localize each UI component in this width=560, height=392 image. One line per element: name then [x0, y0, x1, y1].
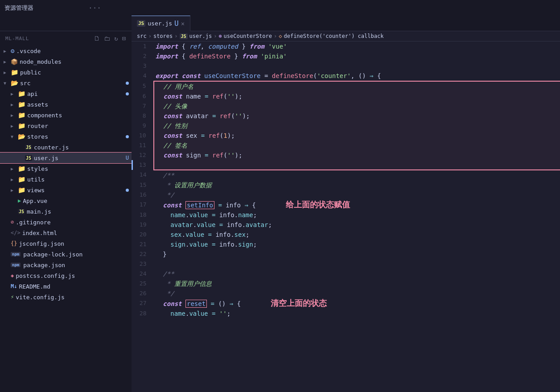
breadcrumb-sep1: ›	[148, 33, 152, 39]
new-folder-icon[interactable]: 🗀	[104, 35, 111, 42]
sidebar-item-components[interactable]: ▶ 📁 components	[0, 110, 132, 120]
new-file-icon[interactable]: 🗋	[94, 35, 100, 42]
chevron-right-icon: ▶	[11, 91, 16, 96]
title-bar: 资源管理器 ···	[0, 0, 560, 16]
table-row: 5 // 用户名	[132, 81, 560, 91]
breadcrumb-user-js[interactable]: user.js	[189, 33, 212, 39]
assets-folder-icon: 📁	[18, 101, 25, 108]
readme-icon: M↓	[11, 283, 17, 289]
html-icon: </>	[11, 230, 21, 236]
sidebar-item-postcss-config-js[interactable]: ◈ postcss.config.js	[0, 270, 132, 281]
postcss-icon: ◈	[11, 272, 14, 279]
breadcrumb-define-store-callback[interactable]: defineStore('counter') callback	[284, 33, 383, 39]
table-row: 23	[132, 259, 560, 269]
line-content: // 用户名	[154, 81, 560, 91]
sidebar-label-assets: assets	[27, 101, 48, 108]
user-js-icon: JS	[25, 155, 32, 161]
reset-boxed: reset	[185, 300, 207, 308]
sidebar-item-package-json[interactable]: npm package.json	[0, 260, 132, 270]
jsconfig-icon: {}	[11, 240, 17, 247]
chevron-right-icon: ▶	[4, 70, 9, 75]
user-js-modified-badge: U	[126, 155, 129, 161]
chevron-down-icon: ▼	[11, 134, 16, 139]
sidebar-item-stores[interactable]: ▼ 📂 stores	[0, 131, 132, 142]
sidebar-item-app-vue[interactable]: ▶ App.vue	[0, 195, 132, 206]
line-content: // 头像	[154, 101, 560, 111]
line-number: 21	[132, 239, 154, 249]
breadcrumb-src[interactable]: src	[137, 33, 147, 39]
line-content: const sex = ref(1);	[154, 131, 560, 140]
gitignore-icon: ⊘	[11, 219, 14, 225]
line-content: import { ref, computed } from 'vue'	[154, 41, 560, 51]
table-row: 25 * 重置用户信息	[132, 279, 560, 289]
sidebar-item-package-lock-json[interactable]: npm package-lock.json	[0, 249, 132, 260]
breadcrumb-use-counter-store[interactable]: useCounterStore	[224, 33, 272, 39]
table-row: 26 */	[132, 289, 560, 298]
breadcrumb: src › stores › JS user.js › ⊛ useCounter…	[132, 31, 560, 41]
sidebar-item-styles[interactable]: ▶ 📁 styles	[0, 163, 132, 174]
line-number: 20	[132, 230, 154, 239]
breadcrumb-stores[interactable]: stores	[153, 33, 173, 39]
sidebar-item-api[interactable]: ▶ 📁 api	[0, 88, 132, 99]
code-editor[interactable]: 1 import { ref, computed } from 'vue' 2 …	[132, 41, 560, 392]
sidebar-item-utils[interactable]: ▶ 📁 utils	[0, 174, 132, 185]
views-folder-icon: 📁	[18, 186, 25, 194]
sidebar-item-vite-config-js[interactable]: ⚡ vite.config.js	[0, 292, 132, 302]
sidebar-item-user-js[interactable]: JS user.js U	[0, 153, 132, 163]
chevron-right-icon: ▶	[11, 102, 16, 107]
table-row: 14 /**	[132, 170, 560, 180]
line-content: */	[154, 289, 560, 298]
chevron-right-icon: ▶	[11, 124, 16, 128]
table-row: 24 /**	[132, 269, 560, 279]
table-row: 3	[132, 61, 560, 71]
table-row: 7 // 头像	[132, 101, 560, 111]
table-row: 18 name.value = info.name;	[132, 210, 560, 220]
line-number: 13	[132, 160, 154, 170]
table-row: 6 const name = ref('');	[132, 91, 560, 101]
stores-folder-icon: 📂	[18, 133, 25, 140]
table-row: 13	[132, 160, 560, 170]
sidebar-title-label: ML-MALL	[5, 36, 29, 41]
line-number: 1	[132, 41, 154, 51]
title-bar-menu-dots[interactable]: ···	[88, 4, 101, 12]
utils-folder-icon: 📁	[18, 176, 25, 183]
sidebar-item-assets[interactable]: ▶ 📁 assets	[0, 99, 132, 110]
sidebar-item-src[interactable]: ▼ 📂 src	[0, 78, 132, 88]
breadcrumb-sep3: ›	[214, 33, 217, 39]
sidebar-item-gitignore[interactable]: ⊘ .gitignore	[0, 217, 132, 227]
refresh-icon[interactable]: ↻	[114, 35, 118, 42]
line-number: 15	[132, 180, 154, 190]
tab-close-button[interactable]: ×	[181, 20, 185, 27]
sidebar-label-user-js: user.js	[34, 155, 58, 161]
line-content: // 签名	[154, 140, 560, 150]
sidebar-label-readme-md: README.md	[19, 283, 50, 290]
line-content: sign.value = info.sign;	[154, 239, 560, 249]
collapse-icon[interactable]: ⊟	[122, 35, 126, 42]
line-number: 17	[132, 200, 154, 210]
sidebar-item-public[interactable]: ▶ 📁 public	[0, 67, 132, 78]
sidebar-item-readme-md[interactable]: M↓ README.md	[0, 281, 132, 292]
sidebar-item-index-html[interactable]: </> index.html	[0, 227, 132, 238]
line-number: 23	[132, 259, 154, 269]
sidebar-item-vscode[interactable]: ▶ ⚙ .vscode	[0, 45, 132, 56]
sidebar-title: ML-MALL 🗋 🗀 ↻ ⊟	[0, 31, 132, 45]
sidebar-item-node-modules[interactable]: ▶ 📦 node_modules	[0, 56, 132, 67]
sidebar-item-counter-js[interactable]: JS counter.js	[0, 142, 132, 153]
sidebar-label-router: router	[27, 123, 48, 129]
sidebar-label-api: api	[27, 91, 37, 97]
line-content: export const useCounterStore = defineSto…	[154, 71, 560, 81]
sidebar-item-router[interactable]: ▶ 📁 router	[0, 120, 132, 131]
sidebar-item-jsconfig-json[interactable]: {} jsconfig.json	[0, 238, 132, 249]
table-row: 1 import { ref, computed } from 'vue'	[132, 41, 560, 51]
sidebar-item-views[interactable]: ▶ 📁 views	[0, 185, 132, 195]
line-content: name.value = '';	[154, 309, 560, 318]
table-row: 10 const sex = ref(1);	[132, 131, 560, 140]
line-content: sex.value = info.sex;	[154, 230, 560, 239]
line-content: avatar.value = info.avatar;	[154, 220, 560, 230]
sidebar-item-main-js[interactable]: JS main.js	[0, 206, 132, 217]
main-js-icon: JS	[18, 209, 25, 215]
tab-user-js[interactable]: JS user.js U ×	[132, 16, 190, 31]
sidebar: ML-MALL 🗋 🗀 ↻ ⊟ ▶ ⚙ .vscode ▶ 📦 node_mod…	[0, 31, 132, 392]
line-number: 25	[132, 279, 154, 289]
line-number: 2	[132, 51, 154, 61]
